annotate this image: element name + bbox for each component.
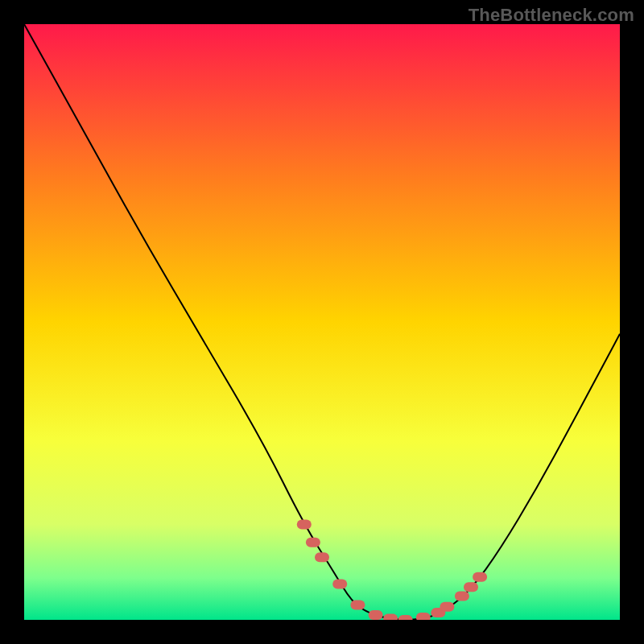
curve-marker — [297, 520, 312, 530]
curve-marker — [473, 572, 487, 582]
bottleneck-curve-chart — [0, 0, 644, 644]
curve-marker — [464, 582, 478, 592]
curve-marker — [455, 591, 469, 601]
gradient-background — [24, 24, 620, 620]
curve-marker — [332, 580, 347, 589]
curve-marker — [369, 610, 383, 620]
curve-marker — [350, 601, 365, 610]
watermark-text: TheBottleneck.com — [469, 5, 634, 26]
chart-canvas: TheBottleneck.com — [0, 0, 644, 644]
curve-marker — [315, 552, 329, 562]
curve-marker — [440, 602, 454, 612]
curve-marker — [306, 538, 320, 547]
